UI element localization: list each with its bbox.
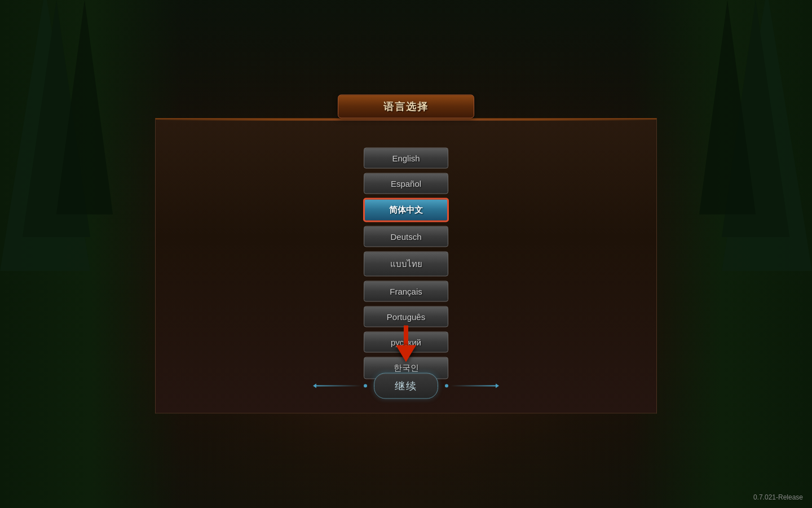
panel-top-line: [156, 120, 656, 121]
language-button-espanol[interactable]: Español: [364, 173, 448, 194]
right-line-deco: [445, 384, 496, 388]
language-button-francais[interactable]: Français: [364, 281, 448, 302]
left-line-deco: [316, 384, 367, 388]
language-button-simplified-chinese[interactable]: 简体中文: [364, 199, 448, 222]
language-dialog: 语言选择 EnglishEspañol简体中文DeutschแบบไทยFran…: [155, 95, 657, 414]
right-dot: [445, 384, 448, 388]
dialog-body: EnglishEspañol简体中文DeutschแบบไทยFrançaisP…: [155, 119, 657, 414]
dialog-title: 语言选择: [338, 95, 474, 119]
arrow-indicator: [396, 326, 416, 362]
tree-left-3: [56, 0, 113, 214]
language-button-portugues[interactable]: Português: [364, 306, 448, 327]
title-bar: 语言选择: [155, 95, 657, 119]
continue-area: 继续: [316, 373, 496, 399]
language-button-english[interactable]: English: [364, 148, 448, 169]
right-connector-line: [451, 386, 496, 387]
arrow-head: [396, 345, 416, 362]
continue-button[interactable]: 继续: [374, 373, 438, 399]
tree-right-3: [699, 0, 756, 214]
version-label: 0.7.021-Release: [753, 493, 803, 501]
left-dot: [364, 384, 367, 388]
language-button-thai[interactable]: แบบไทย: [364, 252, 448, 277]
arrow-shaft: [404, 326, 408, 345]
language-button-deutsch[interactable]: Deutsch: [364, 226, 448, 247]
left-connector-line: [316, 386, 361, 387]
